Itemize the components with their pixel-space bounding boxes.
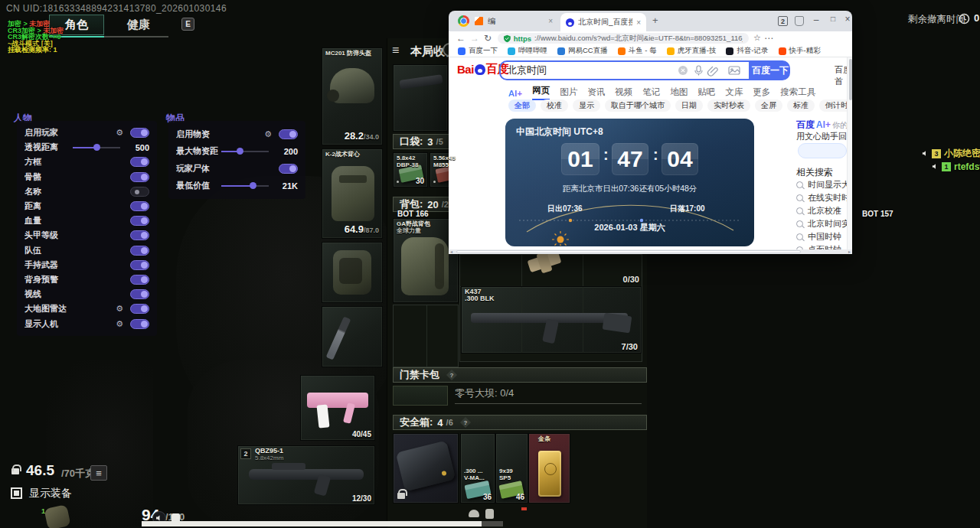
bookmark-item[interactable]: 哔哩哔哩 xyxy=(508,46,547,56)
result-nav-item[interactable]: 资讯 xyxy=(587,86,605,100)
bookmark-item[interactable]: 虎牙直播-技 xyxy=(667,46,717,56)
tab-close-icon[interactable]: × xyxy=(636,18,641,27)
related-search-item[interactable]: 时间显示大屏 xyxy=(796,178,852,191)
filter-chip[interactable]: 全部 xyxy=(508,99,536,112)
related-search-item[interactable]: 北京校准 xyxy=(796,204,852,217)
ai-input-pill[interactable] xyxy=(798,143,847,158)
filter-chip[interactable]: 标准 xyxy=(787,99,815,112)
bookmark-item[interactable]: 快手-精彩 xyxy=(779,46,821,56)
esp-toggle[interactable] xyxy=(130,201,149,211)
gear-icon[interactable]: ⚙ xyxy=(116,319,123,329)
result-nav-item[interactable]: 视频 xyxy=(615,86,632,100)
esp-toggle[interactable] xyxy=(279,129,298,139)
esp-slider[interactable] xyxy=(221,185,269,187)
more-options-icon[interactable]: ⋯ xyxy=(764,33,773,44)
bookmark-item[interactable]: 斗鱼 - 每 xyxy=(618,46,657,56)
item-ammo-58x42[interactable]: 5.8x42DBP-38 30 xyxy=(393,152,428,187)
esp-slider[interactable] xyxy=(73,147,120,148)
loot-item[interactable] xyxy=(393,64,448,132)
help-icon[interactable]: ? xyxy=(460,417,471,428)
filter-chip[interactable]: 显示 xyxy=(573,99,600,112)
horizontal-scrollbar[interactable]: ◂ ▸ xyxy=(449,249,852,254)
bookmark-item[interactable]: 百度一下 xyxy=(458,46,498,56)
result-nav-item[interactable]: 更多 xyxy=(753,86,770,100)
close-button[interactable]: × xyxy=(842,14,853,24)
result-nav-item[interactable]: 图片 xyxy=(560,86,577,100)
related-search-item[interactable]: 在线实时时钟 xyxy=(796,191,852,204)
related-search-item[interactable]: 桌面时钟 xyxy=(796,243,852,249)
slider-knob[interactable] xyxy=(93,144,100,151)
search-box-icons[interactable] xyxy=(677,64,743,77)
item-qbz95[interactable]: 2 QBZ95-1 5.8x42mm 12/30 xyxy=(237,445,375,505)
esp-toggle[interactable] xyxy=(130,289,149,299)
item-smg[interactable]: 40/45 xyxy=(300,375,375,441)
item-knife[interactable] xyxy=(322,306,383,367)
bookmark-item[interactable]: 抖音-记录 xyxy=(726,46,768,56)
esp-toggle[interactable] xyxy=(130,260,149,270)
filter-chip[interactable]: 全屏 xyxy=(755,99,782,112)
item-ammo-300[interactable]: .300 ...V-MA... 36 xyxy=(460,433,495,504)
filter-chip[interactable]: 校准 xyxy=(541,99,568,112)
keycard-slot[interactable] xyxy=(393,386,448,406)
slider-knob[interactable] xyxy=(250,182,256,189)
related-search-item[interactable]: 中国时钟 xyxy=(796,230,852,243)
esp-toggle[interactable] xyxy=(130,216,149,226)
esp-toggle[interactable] xyxy=(130,157,149,167)
filter-chip[interactable]: 日期 xyxy=(675,99,703,112)
search-input[interactable]: 北京时间 xyxy=(499,60,750,80)
gear-icon[interactable]: ⚙ xyxy=(116,304,123,314)
item-helmet[interactable]: MC201 防弹头盔 28.2/34.0 xyxy=(322,47,383,145)
loot-list-icon[interactable]: ≡ xyxy=(392,44,399,57)
esp-toggle[interactable] xyxy=(130,304,149,314)
scrollbar-thumb[interactable] xyxy=(456,250,801,253)
url-field[interactable]: https ://www.baidu.com/s?wd=北京时间&ie=UTF-… xyxy=(498,33,749,44)
bookmark-item[interactable]: 网易CC直播 xyxy=(557,46,608,56)
tab-health[interactable]: 健康 xyxy=(113,15,164,35)
result-nav-ai[interactable]: AI+ xyxy=(508,89,522,100)
result-nav-item[interactable]: 文库 xyxy=(725,86,743,100)
result-nav-item[interactable]: 搜索工具 xyxy=(780,86,815,100)
show-equipment-checkbox[interactable] xyxy=(11,487,22,499)
gear-icon[interactable]: ⚙ xyxy=(264,129,272,139)
result-nav-item[interactable]: 贴吧 xyxy=(697,86,715,100)
equipment-list-button[interactable]: ≡ xyxy=(90,465,107,481)
item-chest-rig[interactable] xyxy=(322,242,383,303)
scroll-right-arrow[interactable]: ▸ xyxy=(848,249,851,254)
forward-button[interactable]: → xyxy=(470,33,479,44)
maximize-button[interactable]: □ xyxy=(827,15,839,23)
extension-badge[interactable]: 2 xyxy=(778,16,788,26)
esp-toggle[interactable] xyxy=(130,319,149,329)
filter-chip[interactable]: 实时秒表 xyxy=(707,99,750,112)
slider-knob[interactable] xyxy=(237,148,243,155)
help-icon[interactable]: ? xyxy=(446,370,457,380)
scroll-left-arrow[interactable]: ◂ xyxy=(450,249,452,254)
vertical-scrollbar[interactable] xyxy=(847,57,852,249)
new-tab-button[interactable]: + xyxy=(652,15,658,26)
search-button[interactable]: 百度一下 xyxy=(750,60,790,80)
result-nav-item[interactable]: 笔记 xyxy=(642,86,660,100)
esp-toggle[interactable] xyxy=(130,128,149,138)
browser-tab-inactive[interactable]: 编 × xyxy=(469,11,559,31)
minimize-button[interactable]: – xyxy=(810,15,822,25)
related-search-item[interactable]: 北京时间实时显示 xyxy=(796,217,852,230)
item-ammo-9x39[interactable]: 9x39SP5 46 xyxy=(495,433,528,504)
esp-toggle[interactable] xyxy=(130,246,149,256)
gear-icon[interactable]: ⚙ xyxy=(116,128,123,138)
item-safebox[interactable] xyxy=(393,433,459,504)
reload-button[interactable]: ↻ xyxy=(484,33,492,44)
result-nav-item[interactable]: 地图 xyxy=(670,86,688,100)
esp-toggle[interactable] xyxy=(130,187,149,197)
back-button[interactable]: ← xyxy=(456,33,466,44)
browser-tab-active[interactable]: 北京时间_百度搜索 × xyxy=(560,13,646,31)
result-nav-active[interactable]: 网页 xyxy=(532,85,550,100)
esp-toggle[interactable] xyxy=(279,164,298,174)
item-vest[interactable]: K-2战术背心 64.9/87.0 xyxy=(322,148,383,239)
extension-icon[interactable] xyxy=(795,16,804,26)
browser-logo-icon[interactable] xyxy=(458,15,469,27)
esp-toggle[interactable] xyxy=(130,172,149,182)
esp-toggle[interactable] xyxy=(130,275,149,285)
tab-close-icon[interactable]: × xyxy=(548,17,553,25)
scrollbar-thumb[interactable] xyxy=(849,59,852,100)
item-k437[interactable]: K437.300 BLK 7/30 xyxy=(461,286,642,354)
item-gold-bar[interactable]: 金条 xyxy=(528,433,570,504)
